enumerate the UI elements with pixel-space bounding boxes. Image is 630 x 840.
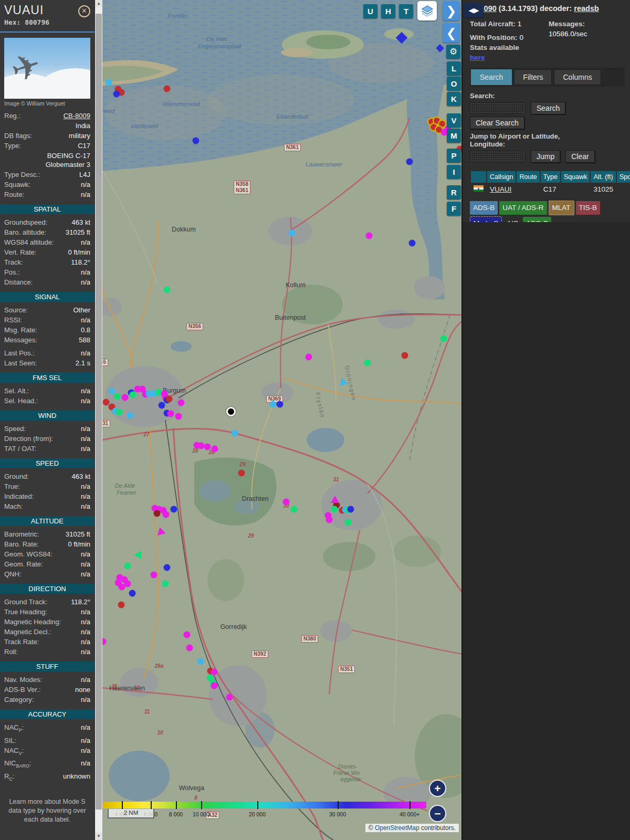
callsign-cell[interactable]: VUAUI <box>487 184 516 195</box>
map[interactable]: FryslânDe HonEngelsmanplaatWierumerwadAm… <box>102 0 462 840</box>
selected-aircraft-dot[interactable] <box>226 407 236 416</box>
aircraft-dot[interactable] <box>283 499 290 506</box>
aircraft-dot[interactable] <box>289 230 296 237</box>
table-column-header[interactable]: Alt. (ft) <box>591 171 616 183</box>
registration-link[interactable]: CB-8009 <box>24 111 90 120</box>
map-button-O[interactable]: O <box>447 77 461 91</box>
aircraft-dot[interactable] <box>226 694 233 701</box>
map-button-T[interactable]: T <box>399 4 413 18</box>
aircraft-dot[interactable] <box>204 444 211 450</box>
aircraft-dot[interactable] <box>186 645 193 652</box>
map-button-K[interactable]: K <box>447 92 461 106</box>
aircraft-dot[interactable] <box>178 400 185 406</box>
aircraft-dot[interactable] <box>106 79 112 86</box>
tab-columns[interactable]: Columns <box>554 69 601 85</box>
stats-here-link[interactable]: here <box>470 54 485 61</box>
aircraft-dot[interactable] <box>164 86 171 92</box>
aircraft-triangle-marker[interactable] <box>331 496 339 503</box>
aircraft-dot[interactable] <box>113 91 120 98</box>
zoom-out-button[interactable]: − <box>429 805 446 822</box>
panel-collapse-button[interactable]: ❮ <box>443 23 460 43</box>
aircraft-dot[interactable] <box>345 519 352 526</box>
table-column-header[interactable]: Type <box>541 171 560 183</box>
aircraft-dot[interactable] <box>114 393 121 400</box>
clear-search-button[interactable]: Clear Search <box>470 117 524 129</box>
panel-width-toggle[interactable]: ◀▶ <box>464 3 484 17</box>
decoder-link[interactable]: readsb <box>574 4 599 13</box>
aircraft-dot[interactable] <box>211 682 218 689</box>
aircraft-dot[interactable] <box>197 658 204 665</box>
source-badge-tisb[interactable]: TIS-B <box>576 201 601 215</box>
aircraft-dot[interactable] <box>118 602 125 608</box>
aircraft-dot[interactable] <box>232 430 238 437</box>
aircraft-dot[interactable] <box>348 506 354 513</box>
aircraft-dot[interactable] <box>159 402 165 409</box>
close-icon[interactable]: ✕ <box>78 5 90 17</box>
map-button-M[interactable]: M <box>447 129 461 143</box>
aircraft-dot[interactable] <box>366 233 373 239</box>
map-button-H[interactable]: H <box>381 4 395 18</box>
aircraft-dot[interactable] <box>127 412 134 419</box>
aircraft-dot[interactable] <box>116 409 123 416</box>
aircraft-dot[interactable] <box>193 138 200 144</box>
aircraft-dot[interactable] <box>164 287 171 293</box>
aircraft-dot[interactable] <box>184 632 191 638</box>
aircraft-dot[interactable] <box>119 584 125 591</box>
map-button-F[interactable]: F <box>447 202 461 216</box>
source-badge-mlat[interactable]: MLAT <box>549 201 574 215</box>
aircraft-dot[interactable] <box>130 392 136 398</box>
aircraft-dot[interactable] <box>171 506 177 513</box>
source-badge-adsb[interactable]: ADS-B <box>470 201 498 215</box>
table-column-header[interactable]: Squawk <box>561 171 590 183</box>
panel-expand-button[interactable]: ❯ <box>443 1 460 20</box>
aircraft-dot[interactable] <box>122 394 129 401</box>
aircraft-dot[interactable] <box>238 470 245 477</box>
aircraft-triangle-marker[interactable] <box>134 551 141 559</box>
aircraft-dot[interactable] <box>124 563 131 570</box>
map-button-L[interactable]: L <box>447 61 461 76</box>
aircraft-dot[interactable] <box>175 413 182 420</box>
aircraft-dot[interactable] <box>440 335 447 342</box>
map-button-I[interactable]: I <box>447 165 461 179</box>
sidebar-scrollbar[interactable]: ▲ ▼ <box>95 0 102 840</box>
aircraft-dot[interactable] <box>291 506 298 513</box>
scroll-up-icon[interactable]: ▲ <box>95 0 102 7</box>
jump-button[interactable]: Jump <box>531 150 560 163</box>
aircraft-dot[interactable] <box>164 564 171 571</box>
aircraft-dot[interactable] <box>167 411 174 417</box>
aircraft-dot[interactable] <box>409 240 416 247</box>
map-button-V[interactable]: V <box>447 113 461 128</box>
table-column-header[interactable] <box>471 171 486 183</box>
aircraft-dot[interactable] <box>151 572 158 579</box>
aircraft-dot[interactable] <box>163 511 170 518</box>
tab-search[interactable]: Search <box>471 69 512 85</box>
table-row[interactable]: VUAUIC1731025 <box>471 184 630 195</box>
search-button[interactable]: Search <box>531 102 565 114</box>
aircraft-dot[interactable] <box>154 510 161 517</box>
layers-button[interactable] <box>417 1 437 20</box>
scroll-down-icon[interactable]: ▼ <box>95 833 102 840</box>
aircraft-dot[interactable] <box>212 446 218 453</box>
map-button-P[interactable]: P <box>447 149 461 163</box>
settings-button[interactable]: ⚙ <box>446 45 460 59</box>
aircraft-dot[interactable] <box>166 396 173 403</box>
table-column-header[interactable]: Route <box>517 171 539 183</box>
map-button-R[interactable]: R <box>447 185 461 200</box>
table-column-header[interactable]: Spd. <box>617 171 630 183</box>
map-button-U[interactable]: U <box>363 4 377 18</box>
aircraft-dot[interactable] <box>277 401 284 408</box>
table-column-header[interactable]: Callsign <box>487 171 516 183</box>
aircraft-dot[interactable] <box>364 360 371 366</box>
scrollbar-thumb[interactable] <box>96 14 102 810</box>
aircraft-dot[interactable] <box>406 159 413 165</box>
source-badge-uatadsr[interactable]: UAT / ADS-R <box>499 201 547 215</box>
search-input[interactable] <box>470 102 526 114</box>
jump-clear-button[interactable]: Clear <box>565 150 594 163</box>
aircraft-dot[interactable] <box>402 352 408 359</box>
tab-filters[interactable]: Filters <box>514 69 552 85</box>
aircraft-dot[interactable] <box>162 581 169 587</box>
jump-input[interactable] <box>470 151 526 162</box>
aircraft-dot[interactable] <box>331 506 338 513</box>
zoom-in-button[interactable]: + <box>429 780 446 797</box>
aircraft-dot[interactable] <box>326 517 333 523</box>
